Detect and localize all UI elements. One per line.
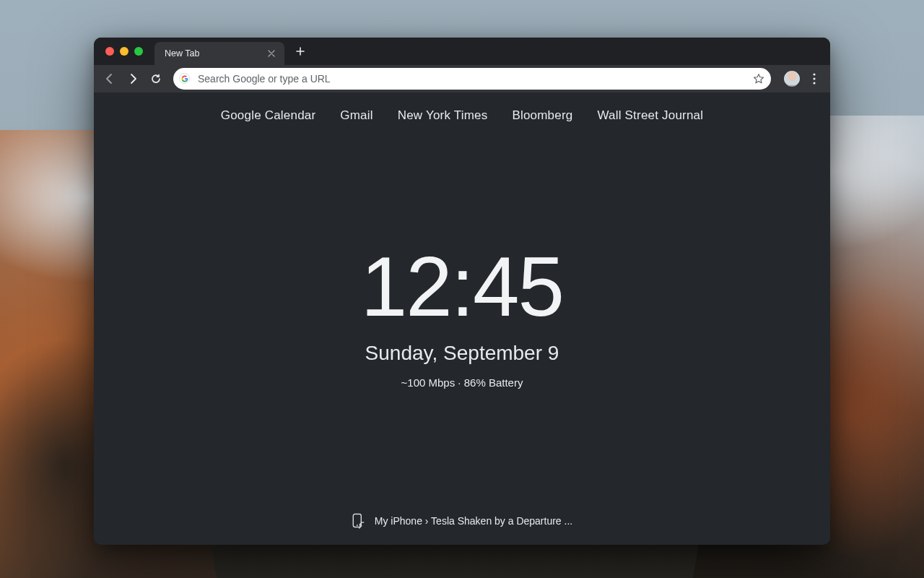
reload-icon (150, 73, 162, 85)
clock-date: Sunday, September 9 (365, 342, 559, 365)
window-close-button[interactable] (105, 47, 114, 56)
svg-point-1 (813, 77, 815, 79)
google-g-icon (179, 73, 190, 84)
dashboard-center: 12:45 Sunday, September 9 ~100 Mbps · 86… (361, 105, 563, 527)
bookmark-star-button[interactable] (752, 72, 765, 85)
bookmark-link-google-calendar[interactable]: Google Calendar (221, 108, 316, 123)
close-icon (268, 50, 275, 57)
omnibox[interactable] (173, 68, 771, 90)
tab-close-button[interactable] (266, 48, 277, 59)
tab-strip: New Tab (94, 38, 830, 65)
nav-reload-button[interactable] (146, 69, 166, 89)
svg-point-4 (357, 525, 358, 526)
svg-point-2 (813, 82, 815, 84)
nav-forward-button[interactable] (123, 69, 143, 89)
handoff-bar[interactable]: My iPhone › Tesla Shaken by a Departure … (352, 513, 572, 529)
toolbar (94, 65, 830, 92)
handoff-text: My iPhone › Tesla Shaken by a Departure … (375, 515, 572, 527)
svg-point-0 (813, 73, 815, 75)
omnibox-input[interactable] (198, 73, 752, 85)
nav-back-button[interactable] (100, 69, 120, 89)
kebab-icon (813, 73, 816, 85)
tab-title: New Tab (165, 48, 266, 59)
handoff-device-icon (352, 513, 365, 529)
clock-time: 12:45 (361, 245, 563, 329)
status-line: ~100 Mbps · 86% Battery (401, 376, 523, 389)
google-favicon (179, 73, 191, 85)
arrow-left-icon (104, 73, 116, 85)
new-tab-button[interactable] (290, 41, 310, 61)
window-minimize-button[interactable] (120, 47, 128, 56)
bookmark-link-wall-street-journal[interactable]: Wall Street Journal (597, 108, 703, 123)
tab-new-tab[interactable]: New Tab (154, 42, 284, 65)
window-controls (101, 47, 150, 56)
plus-icon (296, 47, 305, 56)
window-zoom-button[interactable] (134, 47, 143, 56)
profile-avatar[interactable] (783, 69, 801, 88)
page-content: Google Calendar Gmail New York Times Blo… (94, 92, 830, 545)
arrow-right-icon (127, 73, 139, 85)
star-icon (752, 72, 765, 85)
browser-menu-button[interactable] (804, 69, 824, 89)
browser-window: New Tab (94, 38, 830, 545)
